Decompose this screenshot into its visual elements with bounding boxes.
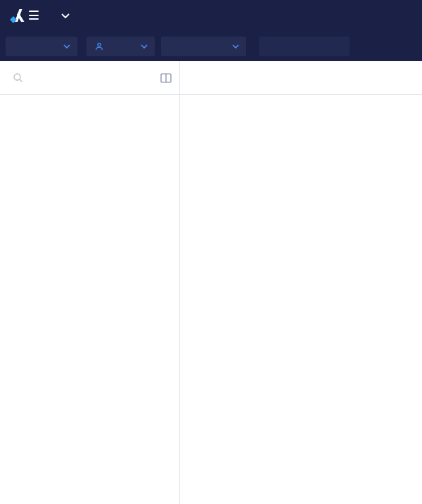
timescale-toggle bbox=[259, 37, 350, 56]
chevron-down-icon bbox=[141, 44, 148, 49]
owner-filter[interactable] bbox=[87, 37, 155, 56]
find-input[interactable] bbox=[28, 71, 151, 86]
panel-divider bbox=[179, 61, 180, 504]
chevron-down-icon bbox=[63, 44, 70, 49]
chevron-down-icon bbox=[61, 13, 70, 18]
app-logo-icon[interactable] bbox=[9, 8, 26, 26]
search-icon bbox=[13, 72, 23, 86]
header-band bbox=[0, 61, 422, 95]
chevron-down-icon bbox=[232, 44, 239, 49]
owned-tasks-filter[interactable] bbox=[6, 37, 77, 56]
columns-icon[interactable] bbox=[160, 73, 172, 86]
timeline-day-header bbox=[179, 61, 422, 95]
subgroup-filter[interactable] bbox=[161, 37, 246, 56]
person-icon bbox=[95, 42, 103, 51]
gantt-app bbox=[0, 0, 422, 504]
project-title-dropdown[interactable] bbox=[55, 0, 70, 31]
menu-icon[interactable] bbox=[29, 11, 39, 20]
top-dark-area bbox=[0, 0, 422, 61]
